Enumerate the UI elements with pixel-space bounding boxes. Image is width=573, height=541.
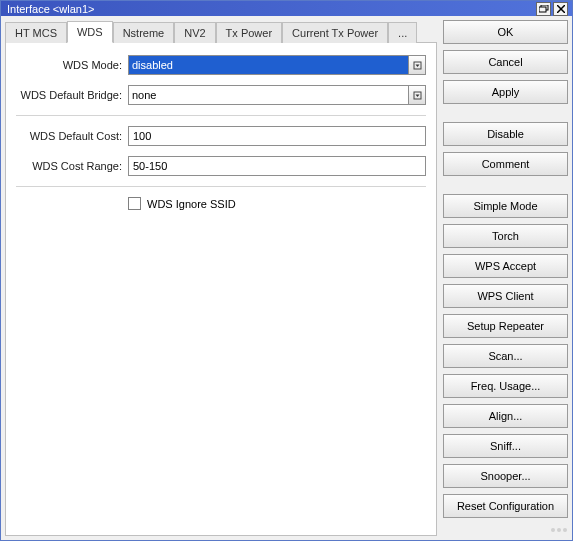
align-button[interactable]: Align... — [443, 404, 568, 428]
label-wds-default-bridge: WDS Default Bridge: — [16, 89, 128, 101]
tab-nv2[interactable]: NV2 — [174, 22, 215, 43]
label-wds-default-cost: WDS Default Cost: — [16, 130, 128, 142]
separator — [16, 186, 426, 187]
close-icon — [557, 5, 565, 13]
snooper-button[interactable]: Snooper... — [443, 464, 568, 488]
apply-button[interactable]: Apply — [443, 80, 568, 104]
row-wds-default-bridge: WDS Default Bridge: — [16, 85, 426, 105]
titlebar: Interface <wlan1> — [1, 1, 572, 16]
main-panel: HT MCS WDS Nstreme NV2 Tx Power Current … — [5, 20, 437, 536]
restore-icon — [539, 5, 549, 13]
svg-rect-1 — [539, 7, 546, 12]
ok-button[interactable]: OK — [443, 20, 568, 44]
side-button-panel: OK Cancel Apply Disable Comment Simple M… — [443, 20, 568, 536]
tab-current-tx-power[interactable]: Current Tx Power — [282, 22, 388, 43]
wps-accept-button[interactable]: WPS Accept — [443, 254, 568, 278]
wds-mode-combo[interactable] — [128, 55, 426, 75]
simple-mode-button[interactable]: Simple Mode — [443, 194, 568, 218]
restore-button[interactable] — [536, 2, 551, 16]
wds-tab-panel: WDS Mode: — [5, 43, 437, 536]
wds-mode-dropdown-button[interactable] — [408, 55, 426, 75]
tab-nstreme[interactable]: Nstreme — [113, 22, 175, 43]
svg-marker-5 — [415, 64, 419, 67]
interface-window: Interface <wlan1> HT MCS WDS Nstreme NV2… — [0, 0, 573, 541]
wds-cost-range-input[interactable] — [128, 156, 426, 176]
tab-overflow[interactable]: ... — [388, 22, 417, 43]
sniff-button[interactable]: Sniff... — [443, 434, 568, 458]
row-wds-default-cost: WDS Default Cost: — [16, 126, 426, 146]
client-area: HT MCS WDS Nstreme NV2 Tx Power Current … — [1, 16, 572, 540]
row-wds-mode: WDS Mode: — [16, 55, 426, 75]
freq-usage-button[interactable]: Freq. Usage... — [443, 374, 568, 398]
chevron-down-icon — [413, 61, 422, 70]
disable-button[interactable]: Disable — [443, 122, 568, 146]
row-wds-ignore-ssid: WDS Ignore SSID — [16, 197, 426, 210]
reset-configuration-button[interactable]: Reset Configuration — [443, 494, 568, 518]
label-wds-cost-range: WDS Cost Range: — [16, 160, 128, 172]
setup-repeater-button[interactable]: Setup Repeater — [443, 314, 568, 338]
separator — [16, 115, 426, 116]
resize-grip[interactable] — [551, 524, 568, 536]
wds-default-bridge-dropdown-button[interactable] — [408, 85, 426, 105]
close-button[interactable] — [553, 2, 568, 16]
wds-default-bridge-input[interactable] — [128, 85, 408, 105]
wds-ignore-ssid-checkbox[interactable] — [128, 197, 141, 210]
label-wds-mode: WDS Mode: — [16, 59, 128, 71]
wds-default-bridge-combo[interactable] — [128, 85, 426, 105]
tab-bar: HT MCS WDS Nstreme NV2 Tx Power Current … — [5, 20, 437, 43]
cancel-button[interactable]: Cancel — [443, 50, 568, 74]
wds-mode-input[interactable] — [128, 55, 408, 75]
window-title: Interface <wlan1> — [7, 3, 534, 15]
tab-wds[interactable]: WDS — [67, 21, 113, 43]
label-wds-ignore-ssid: WDS Ignore SSID — [147, 198, 236, 210]
torch-button[interactable]: Torch — [443, 224, 568, 248]
row-wds-cost-range: WDS Cost Range: — [16, 156, 426, 176]
wds-default-cost-input[interactable] — [128, 126, 426, 146]
chevron-down-icon — [413, 91, 422, 100]
wps-client-button[interactable]: WPS Client — [443, 284, 568, 308]
svg-marker-7 — [415, 94, 419, 97]
scan-button[interactable]: Scan... — [443, 344, 568, 368]
comment-button[interactable]: Comment — [443, 152, 568, 176]
tab-ht-mcs[interactable]: HT MCS — [5, 22, 67, 43]
tab-tx-power[interactable]: Tx Power — [216, 22, 282, 43]
